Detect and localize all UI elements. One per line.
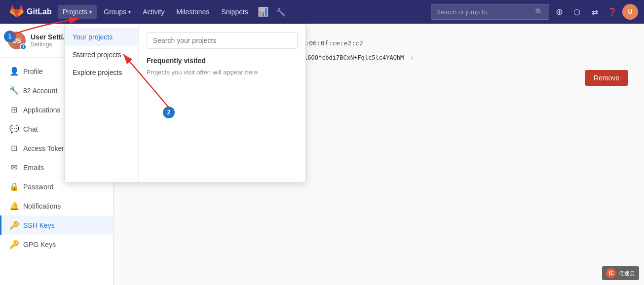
- sidebar-avatar: US 1: [8, 32, 26, 49]
- sidebar-item-notifications[interactable]: 🔔 Notifications: [0, 196, 113, 215]
- dropdown-explore-projects[interactable]: Explore projects: [65, 64, 138, 81]
- dropdown-right-content: Frequently visited Projects you visit of…: [139, 24, 305, 182]
- merge-requests-icon-btn[interactable]: ⇄: [587, 4, 603, 20]
- help-icon-btn[interactable]: ❓: [605, 4, 620, 20]
- gpg-keys-icon: 🔑: [9, 240, 18, 249]
- sidebar-label-password: Password: [23, 183, 53, 191]
- sidebar-label-gpg-keys: GPG Keys: [23, 241, 56, 249]
- sidebar-avatar-badge: 1: [20, 43, 27, 50]
- user-avatar-btn[interactable]: U: [622, 4, 638, 20]
- frequently-visited-title: Frequently visited: [147, 57, 298, 65]
- remove-key-button[interactable]: Remove: [585, 70, 628, 86]
- sidebar-label-ssh-keys: SSH Keys: [23, 221, 55, 229]
- search-icon: 🔍: [535, 8, 543, 16]
- issues-icon-btn[interactable]: ⬡: [569, 4, 585, 20]
- topnav-right-icons: ⊕ ⬡ ⇄ ❓ U: [551, 4, 638, 20]
- frequently-visited-text: Projects you visit often will appear her…: [147, 69, 298, 76]
- dropdown-your-projects[interactable]: Your projects: [65, 28, 138, 46]
- sidebar-label-profile: Profile: [23, 68, 43, 75]
- sidebar-item-gpg-keys[interactable]: 🔑 GPG Keys: [0, 235, 113, 254]
- snippets-nav-btn[interactable]: Snippets: [216, 5, 253, 19]
- projects-nav-btn[interactable]: Projects ▾: [58, 5, 97, 19]
- sidebar-label-emails: Emails: [23, 164, 44, 172]
- gitlab-logo-icon: [10, 5, 24, 19]
- watermark-text: 亿速云: [619, 270, 635, 277]
- password-icon: 🔒: [9, 182, 18, 191]
- sidebar-subtitle: Settings: [31, 41, 69, 48]
- global-search-box: 🔍: [431, 4, 549, 20]
- gitlab-wordmark: GitLab: [27, 7, 52, 16]
- milestones-nav-btn[interactable]: Milestones: [172, 5, 215, 19]
- chat-icon: 💬: [9, 124, 18, 134]
- sidebar-label-account: 82 Account: [23, 87, 57, 95]
- sidebar-label-notifications: Notifications: [23, 202, 61, 210]
- projects-search-input[interactable]: [147, 32, 298, 49]
- watermark: 亿 亿速云: [602, 266, 639, 280]
- groups-chevron-icon: ▾: [128, 9, 131, 15]
- applications-icon: ⊞: [9, 105, 18, 114]
- more-indicator: ›: [410, 53, 415, 62]
- new-item-btn[interactable]: ⊕: [551, 4, 567, 20]
- account-icon: 🔧: [9, 86, 18, 95]
- projects-chevron-icon: ▾: [89, 9, 92, 15]
- emails-icon: ✉: [9, 163, 18, 172]
- sidebar-user-info: User Setti... Settings: [31, 33, 69, 48]
- user-avatar-initials: U: [628, 8, 633, 15]
- sidebar-label-chat: Chat: [23, 125, 38, 133]
- sidebar-label-access-token: Access Token: [23, 144, 66, 152]
- sidebar-avatar-initials: US: [12, 37, 21, 44]
- watermark-logo: 亿: [606, 268, 616, 278]
- groups-nav-btn[interactable]: Groups ▾: [99, 5, 136, 19]
- sidebar-username: User Setti...: [31, 33, 69, 41]
- profile-icon: 👤: [9, 67, 18, 76]
- stats-icon-btn[interactable]: 📊: [255, 4, 271, 20]
- activity-nav-btn[interactable]: Activity: [138, 5, 169, 19]
- notifications-icon: 🔔: [9, 201, 18, 211]
- projects-dropdown: Your projects Starred projects Explore p…: [64, 24, 306, 182]
- dropdown-left-nav: Your projects Starred projects Explore p…: [65, 24, 139, 182]
- gitlab-logo[interactable]: GitLab: [6, 5, 56, 19]
- sidebar-label-applications: Applications: [23, 106, 61, 114]
- top-navigation: GitLab Projects ▾ Groups ▾ Activity Mile…: [0, 0, 644, 24]
- access-token-icon: ⊡: [9, 143, 18, 153]
- dropdown-starred-projects[interactable]: Starred projects: [65, 46, 138, 64]
- admin-icon-btn[interactable]: 🔧: [273, 4, 289, 20]
- ssh-keys-icon: 🔑: [9, 220, 18, 230]
- global-search-input[interactable]: [436, 8, 535, 16]
- sidebar-item-ssh-keys[interactable]: 🔑 SSH Keys: [0, 215, 113, 235]
